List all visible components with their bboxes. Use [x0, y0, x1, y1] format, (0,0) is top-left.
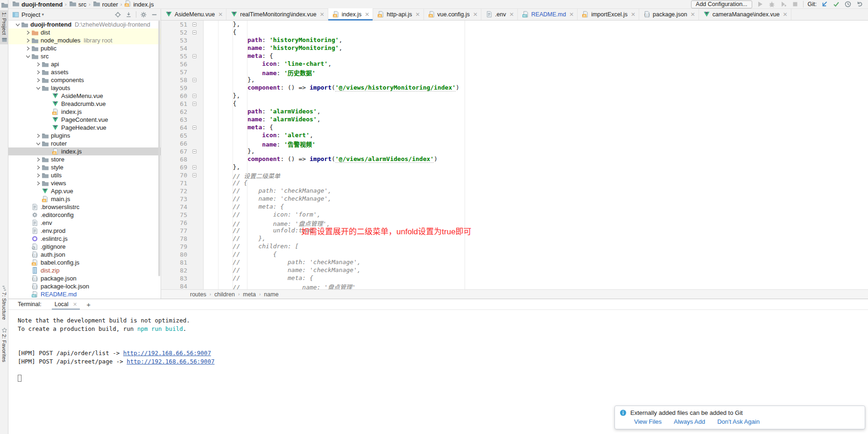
tree-scrollbar[interactable] [158, 21, 160, 276]
chevron-down-icon[interactable] [14, 22, 21, 27]
notification-action-don-t-ask-again[interactable]: Don't Ask Again [717, 418, 760, 425]
tree-item-index-js[interactable]: JSindex.js [8, 147, 161, 155]
editor-tab-index-js[interactable]: JSindex.js✕ [328, 8, 373, 20]
git-commit-icon[interactable] [833, 0, 840, 8]
tree-item-babel-config-js[interactable]: JSbabel.config.js [8, 259, 161, 266]
fold-marker-icon[interactable] [192, 22, 197, 27]
locate-icon[interactable] [114, 11, 121, 18]
close-icon[interactable]: ✕ [691, 11, 695, 18]
tree-item-duoji-frontend[interactable]: duoji-frontendD:\zheheWeb\duoji-frontend [8, 21, 161, 28]
sidebar-item-project[interactable]: 1: Project [0, 10, 8, 44]
fold-marker-icon[interactable] [192, 78, 197, 82]
chevron-right-icon[interactable] [35, 70, 42, 75]
close-icon[interactable]: ✕ [631, 11, 635, 18]
notification-action-always-add[interactable]: Always Add [674, 418, 705, 425]
tree-item-router[interactable]: router [8, 140, 161, 147]
tree-item--env-prod[interactable]: .env.prod [8, 227, 161, 235]
close-icon[interactable]: ✕ [569, 11, 574, 18]
tree-item-dist-zip[interactable]: dist.zip [8, 266, 161, 274]
close-icon[interactable]: ✕ [473, 11, 478, 18]
project-tree[interactable]: duoji-frontendD:\zheheWeb\duoji-frontend… [8, 21, 161, 299]
tree-item--browserslistrc[interactable]: .browserslistrc [8, 203, 161, 211]
code-breadcrumb-name[interactable]: name [264, 291, 278, 298]
chevron-right-icon[interactable] [35, 173, 42, 178]
tree-item-index-js[interactable]: JSindex.js [8, 108, 161, 116]
rollback-icon[interactable] [856, 0, 863, 8]
fold-marker-icon[interactable] [192, 149, 197, 154]
chevron-right-icon[interactable] [35, 157, 42, 162]
code-breadcrumb-routes[interactable]: routes [190, 291, 206, 298]
new-terminal-button[interactable]: + [86, 301, 91, 308]
editor-tab-importexcel-js[interactable]: JSimportExcel.js✕ [578, 8, 639, 20]
tree-item-package-json[interactable]: {;}package.json [8, 274, 161, 282]
tree-item-breadcrumb-vue[interactable]: Breadcrumb.vue [8, 100, 161, 108]
tree-item-auth-json[interactable]: {;}auth.json [8, 251, 161, 259]
tree-item-plugins[interactable]: plugins [8, 132, 161, 140]
chevron-down-icon[interactable] [24, 54, 31, 59]
breadcrumb-item[interactable]: duoji-frontend [12, 0, 63, 9]
add-configuration-button[interactable]: Add Configuration... [691, 0, 752, 8]
terminal-output[interactable]: Note that the development build is not o… [8, 310, 868, 382]
editor-tab-realtimemonitoring-index-vue[interactable]: realTimeMonitoring\index.vue✕ [226, 8, 328, 20]
chevron-right-icon[interactable] [24, 30, 31, 35]
chevron-right-icon[interactable] [35, 78, 42, 83]
terminal-link[interactable]: http://192.168.66.56:9007 [127, 358, 214, 365]
tree-item-node-modules[interactable]: node_moduleslibrary root [8, 36, 161, 44]
editor-tab-asidemenu-vue[interactable]: AsideMenu.vue✕ [161, 8, 226, 20]
breadcrumb-item[interactable]: router [93, 0, 118, 9]
editor-tab-readme-md[interactable]: MDREADME.md✕ [518, 8, 578, 20]
terminal-link[interactable]: http://192.168.66.56:9007 [123, 350, 211, 357]
close-icon[interactable]: ✕ [320, 11, 325, 18]
tree-item-package-lock-json[interactable]: {;}package-lock.json [8, 282, 161, 290]
tree-item-pagecontent-vue[interactable]: PageContent.vue [8, 116, 161, 124]
editor-tab--env[interactable]: .env✕ [481, 8, 518, 20]
code-editor[interactable]: 5152535455565758596061626364656667686970… [161, 21, 868, 289]
terminal-tab-local[interactable]: Local ✕ [52, 300, 80, 309]
hide-icon[interactable] [151, 11, 158, 18]
code-area[interactable]: }, { path: 'historyMonitoring', name: 'h… [204, 21, 868, 289]
editor-tab-vue-config-js[interactable]: JSvue.config.js✕ [424, 8, 482, 20]
chevron-down-icon[interactable] [35, 86, 42, 91]
tree-item-readme-md[interactable]: MDREADME.md [8, 290, 161, 298]
tree-item-pageheader-vue[interactable]: PageHeader.vue [8, 124, 161, 132]
close-icon[interactable]: ✕ [218, 11, 223, 18]
tree-item-utils[interactable]: utils [8, 171, 161, 179]
tree-item-api[interactable]: api [8, 60, 161, 68]
close-icon[interactable]: ✕ [783, 11, 788, 18]
fold-marker-icon[interactable] [192, 102, 197, 106]
fold-marker-icon[interactable] [192, 173, 197, 177]
chevron-right-icon[interactable] [24, 38, 31, 43]
debug-icon[interactable] [768, 0, 776, 8]
notification-action-view-files[interactable]: View Files [634, 418, 662, 425]
close-icon[interactable]: ✕ [509, 11, 514, 18]
tree-item--editorconfig[interactable]: .editorconfig [8, 211, 161, 219]
tree-item-style[interactable]: style [8, 163, 161, 171]
tree-item-src[interactable]: src [8, 52, 161, 60]
tree-item-app-vue[interactable]: App.vue [8, 187, 161, 195]
tree-item-components[interactable]: components [8, 76, 161, 84]
stop-icon[interactable] [791, 0, 799, 8]
chevron-right-icon[interactable] [24, 46, 31, 51]
sidebar-item-structure[interactable]: 7: Structure [0, 283, 8, 322]
run-icon[interactable] [756, 0, 764, 8]
chevron-right-icon[interactable] [35, 62, 42, 67]
fold-marker-icon[interactable] [192, 126, 197, 130]
code-breadcrumb-children[interactable]: children [214, 291, 235, 298]
tree-item-main-js[interactable]: JSmain.js [8, 195, 161, 203]
fold-marker-icon[interactable] [192, 94, 197, 98]
editor-tab-cameramanage-index-vue[interactable]: cameraManage\index.vue✕ [699, 8, 791, 20]
chevron-down-icon[interactable] [35, 141, 42, 146]
tree-item-views[interactable]: views [8, 179, 161, 187]
editor-tab-http-api-js[interactable]: JShttp-api.js✕ [373, 8, 423, 20]
tree-item-layouts[interactable]: layouts [8, 84, 161, 92]
fold-marker-icon[interactable] [192, 54, 197, 58]
close-icon[interactable]: ✕ [365, 11, 369, 18]
tree-item-assets[interactable]: assets [8, 68, 161, 76]
chevron-down-icon[interactable]: ▾ [42, 12, 44, 17]
close-icon[interactable]: ✕ [415, 11, 420, 18]
tree-item--eslintrc-js[interactable]: .eslintrc.js [8, 235, 161, 243]
editor-tab-package-json[interactable]: {;}package.json✕ [639, 8, 699, 20]
fold-marker-icon[interactable] [192, 30, 197, 35]
breadcrumb-item[interactable]: JSindex.js [124, 0, 154, 8]
git-update-icon[interactable] [821, 0, 828, 8]
